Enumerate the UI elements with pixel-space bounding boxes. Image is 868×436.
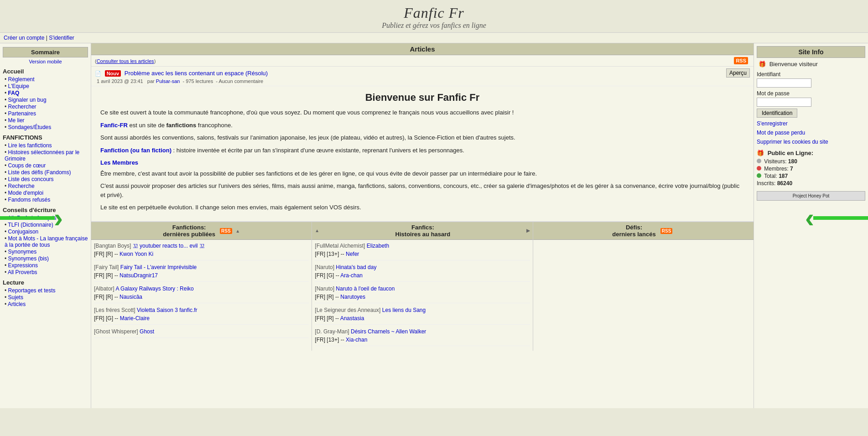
sidebar-item-recherche: • Recherche — [3, 183, 88, 189]
welcome-evolution: Le site est en perpétuelle évolution. Il… — [100, 203, 744, 212]
histoire-title-link-2[interactable]: Hinata's bad day — [336, 264, 376, 270]
article-title-link[interactable]: Problème avec les liens contenant un esp… — [125, 70, 268, 77]
lire-fanfictions-link[interactable]: Lire les fanfictions — [8, 142, 52, 149]
articles-link[interactable]: Articles — [8, 301, 26, 307]
sidebar-item-histoires-grimoire: • Histoires sélectionnées par le Grimoir… — [3, 149, 88, 162]
bug-link[interactable]: Signaler un bug — [8, 97, 47, 103]
mode-emploi-link[interactable]: Mode d'emploi — [8, 190, 44, 196]
histoires-scroll-right[interactable]: ▶ — [526, 228, 530, 233]
apercu-button[interactable]: Aperçu — [726, 68, 750, 78]
defis-rss-button[interactable]: RSS — [660, 228, 673, 234]
reportages-link[interactable]: Reportages et tests — [8, 287, 56, 294]
articles-rss-button[interactable]: RSS — [734, 57, 748, 64]
article-icon: 📄 — [95, 71, 101, 76]
fandoms-refuses-link[interactable]: Fandoms refusés — [8, 197, 51, 203]
members-label: Membres: — [764, 166, 788, 172]
senregistrer-link[interactable]: S'enregistrer — [757, 120, 865, 127]
consult-all-articles-link[interactable]: Consulter tous les articles — [97, 58, 154, 64]
online-title: 🎁 Public en Ligne: — [757, 150, 865, 156]
faq-link[interactable]: FAQ — [8, 90, 20, 96]
histoire-entry-1: [FullMetal Alchemist] Elizabeth [FR] [13… — [315, 242, 530, 260]
sidebar-item-articles: • Articles — [3, 301, 88, 307]
histoire-entry-4: [Le Seigneur des Anneaux] Les liens du S… — [315, 306, 530, 325]
histoire-author-link-5[interactable]: Xia-chan — [346, 337, 367, 343]
sidebar-item-rechercher: • Rechercher — [3, 104, 88, 110]
mot-de-passe-perdu-link[interactable]: Mot de passe perdu — [757, 130, 865, 136]
rechercher-link[interactable]: Rechercher — [8, 104, 36, 110]
histoire-author-link-2[interactable]: Ara-chan — [340, 272, 363, 279]
all-proverbs-link[interactable]: All Proverbs — [8, 269, 37, 275]
fic-author-link-1[interactable]: Kwon Yoon Ki — [120, 251, 153, 257]
fic-author-link-4[interactable]: Marie-Claire — [120, 315, 150, 322]
synonymes-link[interactable]: Synonymes — [8, 249, 37, 255]
project-honeypot-text: Project Honey Pot — [793, 193, 830, 198]
membres-link[interactable]: Les Membres — [100, 159, 138, 166]
fanfictions-col-header: Fanfictions:dernières publiées RSS ▲ — [91, 222, 312, 240]
mot-de-passe-input[interactable] — [757, 98, 811, 107]
site-subtitle: Publiez et gérez vos fanfics en ligne — [0, 21, 868, 30]
article-author-link[interactable]: Pulsar-san — [156, 78, 180, 84]
article-date: 1 avril 2023 @ 23:41 — [97, 78, 143, 84]
histoire-title-link-4[interactable]: Les liens du Sang — [382, 307, 426, 313]
expressions-link[interactable]: Expressions — [8, 262, 38, 269]
identification-button[interactable]: Identification — [757, 109, 797, 118]
identifiant-input[interactable] — [757, 78, 811, 88]
recherche-link[interactable]: Recherche — [8, 183, 35, 189]
sidebar-item-bug: • Signaler un bug — [3, 97, 88, 103]
fic-title-link-3[interactable]: A Galaxy Railways Story : Reiko — [115, 285, 193, 292]
coups-coeur-link[interactable]: Coups de cœur — [8, 162, 46, 169]
fic-title-link-1[interactable]: 꼬 youtuber reacts to... evil 꼬 — [133, 243, 205, 249]
sidebar-item-reglement: • Règlement — [3, 76, 88, 83]
left-nav-arrow[interactable]: › — [0, 204, 63, 232]
sidebar-item-synonymes-bis: • Synonymes (bis) — [3, 255, 88, 262]
fic-author-link-2[interactable]: NatsuDragnir17 — [120, 272, 158, 279]
accueil-group-title: Accueil — [3, 68, 88, 75]
mot-a-mots-link[interactable]: Mot à Mots - La langue française à la po… — [5, 235, 88, 248]
site-title: Fanfic Fr — [0, 5, 868, 21]
histoire-fandom-2: [Naruto] — [315, 264, 334, 270]
equipe-link[interactable]: L'Equipe — [8, 83, 29, 89]
reglement-link[interactable]: Règlement — [8, 76, 35, 83]
melier-link[interactable]: Me lier — [8, 117, 25, 124]
right-arrow-bar — [813, 216, 868, 220]
welcome-membres-title: Les Membres — [100, 158, 744, 167]
fic-entry-4: [Les fréres Scott] Violetta Saison 3 fan… — [94, 306, 309, 325]
histoires-scroll-up[interactable]: ▲ — [315, 228, 319, 233]
fanfictions-scroll-up[interactable]: ▲ — [235, 228, 240, 234]
histoire-title-link-5[interactable]: Désirs Charnels ~ Allen Walker — [351, 328, 426, 335]
histoires-col-content: [FullMetal Alchemist] Elizabeth [FR] [13… — [312, 240, 532, 351]
online-title-text: Public en Ligne: — [768, 150, 813, 156]
fic-title-link-2[interactable]: Fairy Tail - L'avenir Imprévisible — [120, 264, 197, 270]
histoire-title-link-1[interactable]: Elizabeth — [367, 243, 389, 249]
histoire-meta-2: [FR] [G] -- Ara-chan — [315, 272, 363, 279]
histoire-fandom-3: [Naruto] — [315, 285, 334, 292]
welcome-membres-desc1: Être membre, c'est avant tout avoir la p… — [100, 169, 744, 178]
create-account-link[interactable]: Créer un compte — [4, 35, 44, 41]
sujets-link[interactable]: Sujets — [8, 294, 23, 301]
fanficfr-link[interactable]: Fanfic-FR — [100, 122, 128, 129]
fic-title-link-5[interactable]: Ghost — [140, 328, 154, 335]
online-members-row: Membres: 7 — [757, 166, 865, 172]
left-chevron-icon: › — [54, 204, 63, 232]
fic-title-link-4[interactable]: Violetta Saison 3 fanfic.fr — [137, 307, 198, 313]
histoire-title-link-3[interactable]: Naruto à l'oeil de faucon — [336, 285, 395, 292]
histoire-author-link-4[interactable]: Anastasia — [340, 315, 364, 322]
histoires-grimoire-link[interactable]: Histoires sélectionnées par le Grimoire — [5, 149, 79, 162]
sondages-link[interactable]: Sondages/Études — [8, 124, 52, 130]
histoire-author-link-3[interactable]: Narutoyes — [340, 294, 365, 300]
fic-author-link-3[interactable]: Nausicâa — [120, 294, 142, 300]
right-nav-arrow[interactable]: ‹ — [805, 204, 868, 232]
histoire-author-link-1[interactable]: Nefer — [346, 251, 359, 257]
fanfictions-rss-button[interactable]: RSS — [220, 228, 232, 234]
fic-entry-5: [Ghost Whisperer] Ghost — [94, 327, 309, 338]
partenaires-link[interactable]: Partenaires — [8, 110, 36, 117]
supprimer-cookies-link[interactable]: Supprimer les cookies du site — [757, 139, 865, 145]
fanfiction-definition-link[interactable]: Fanfiction (ou fan fiction) — [100, 147, 172, 154]
concours-link[interactable]: Liste des concours — [8, 176, 54, 182]
version-mobile-link[interactable]: Version mobile — [3, 59, 88, 64]
synonymes-bis-link[interactable]: Synonymes (bis) — [8, 255, 49, 262]
login-link[interactable]: S'identifier — [49, 35, 74, 41]
defis-link[interactable]: Liste des défis (Fandoms) — [8, 169, 71, 176]
sidebar-item-defis: • Liste des défis (Fandoms) — [3, 169, 88, 176]
fanfictions-group-title: FANFICTIONS — [3, 134, 88, 141]
